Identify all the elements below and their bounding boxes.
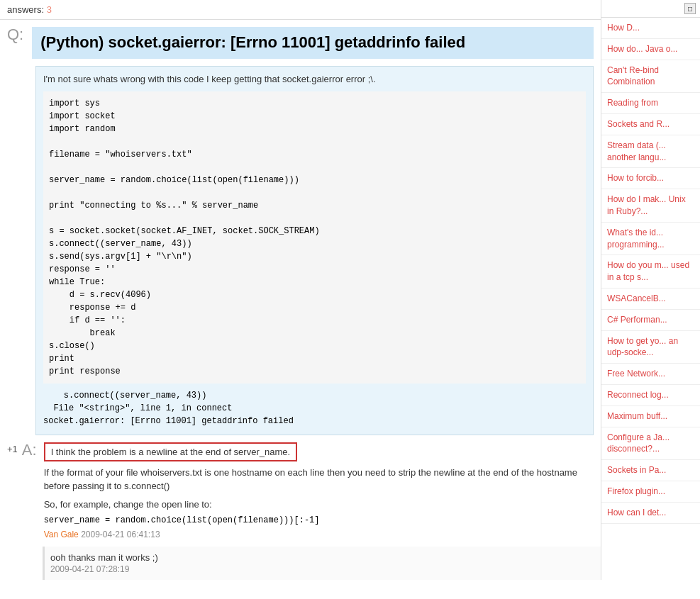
answer-text3: So, for example, change the open line to…: [44, 498, 594, 512]
answers-label: answers:: [7, 4, 44, 15]
sidebar-item-13[interactable]: Free Network...: [601, 364, 700, 385]
main-content: answers: 3 Q: (Python) socket.gaierror: …: [0, 0, 601, 580]
question-body: I'm not sure whats wrong with this code …: [35, 66, 594, 435]
sidebar-top-btn: □: [601, 0, 700, 18]
sidebar-item-8[interactable]: What's the id... programming...: [601, 223, 700, 256]
comment-text: ooh thanks man it works ;): [50, 552, 595, 563]
sidebar-item-16[interactable]: Configure a Ja... disconnect?...: [601, 427, 700, 461]
sidebar-item-3[interactable]: Reading from: [601, 93, 700, 114]
sidebar-item-6[interactable]: How to forcib...: [601, 168, 700, 189]
sidebar-item-10[interactable]: WSACancelB...: [601, 289, 700, 310]
question-block: Q: (Python) socket.gaierror: [Errno 1100…: [0, 20, 601, 59]
sidebar-item-9[interactable]: How do you m... used in a tcp s...: [601, 255, 700, 289]
sidebar: □ How D...How do... Java o...Can't Re-bi…: [601, 0, 700, 580]
sidebar-item-7[interactable]: How do I mak... Unix in Ruby?...: [601, 189, 700, 223]
sidebar-item-19[interactable]: How can I det...: [601, 503, 700, 524]
sidebar-item-2[interactable]: Can't Re-bind Combination: [601, 60, 700, 94]
comment-block: ooh thanks man it works ;) 2009-04-21 07…: [43, 547, 601, 580]
a-label: A:: [22, 442, 37, 458]
comment-date: 2009-04-21 07:28:19: [50, 564, 595, 574]
sidebar-item-5[interactable]: Stream data (... another langu...: [601, 135, 700, 169]
sidebar-item-17[interactable]: Sockets in Pa...: [601, 460, 700, 481]
answers-count: 3: [47, 4, 52, 15]
sidebar-item-4[interactable]: Sockets and R...: [601, 114, 700, 135]
answer-body: I think the problem is a newline at the …: [44, 442, 594, 540]
answer-meta: Van Gale 2009-04-21 06:41:13: [44, 530, 594, 539]
answer-highlight-text: I think the problem is a newline at the …: [51, 447, 290, 457]
answer-text1: If the format of your file whoiservers.t…: [44, 466, 594, 493]
answer-date: 2009-04-21 06:41:13: [81, 530, 160, 539]
question-intro: I'm not sure whats wrong with this code …: [43, 74, 586, 84]
question-title: (Python) socket.gaierror: [Errno 11001] …: [32, 27, 594, 59]
question-code: import sys import socket import random f…: [43, 91, 586, 384]
answer-highlight: I think the problem is a newline at the …: [44, 442, 297, 461]
answer-section: +1 A: I think the problem is a newline a…: [0, 442, 601, 540]
question-error: s.connect((server_name, 43)) File "<stri…: [43, 384, 586, 427]
vote-score: +1: [7, 442, 18, 454]
sidebar-item-0[interactable]: How D...: [601, 18, 700, 39]
sidebar-item-15[interactable]: Maximum buff...: [601, 406, 700, 427]
sidebar-item-11[interactable]: C# Performan...: [601, 310, 700, 331]
answer-row: +1 A: I think the problem is a newline a…: [7, 442, 594, 540]
minimize-button[interactable]: □: [684, 3, 696, 14]
answer-code-line: server_name = random.choice(list(open(fi…: [44, 515, 594, 525]
answers-header: answers: 3: [0, 0, 601, 20]
sidebar-item-1[interactable]: How do... Java o...: [601, 39, 700, 60]
sidebar-item-14[interactable]: Reconnect log...: [601, 385, 700, 406]
q-label: Q:: [7, 27, 23, 43]
sidebar-item-18[interactable]: Firefox plugin...: [601, 481, 700, 503]
sidebar-item-12[interactable]: How to get yo... an udp-socke...: [601, 331, 700, 364]
answer-username[interactable]: Van Gale: [44, 530, 79, 539]
